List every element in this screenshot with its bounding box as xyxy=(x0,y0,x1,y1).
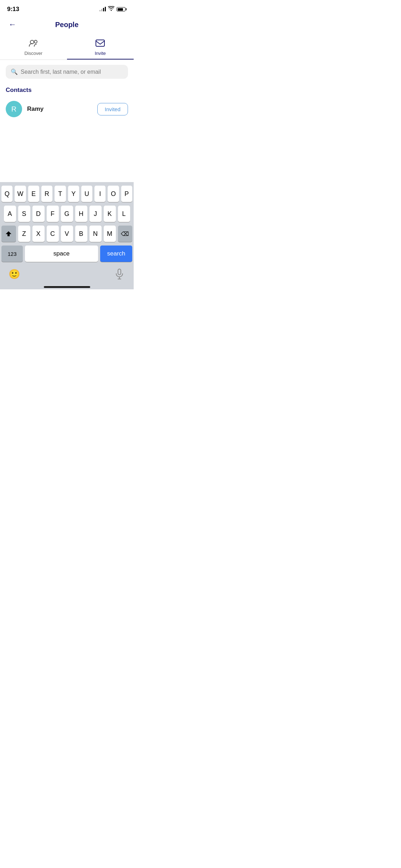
wifi-icon xyxy=(108,6,114,12)
key-f[interactable]: F xyxy=(47,206,59,222)
status-time: 9:13 xyxy=(7,6,19,13)
keyboard-row-3: Z X C V B N M ⌫ xyxy=(1,226,132,242)
key-t[interactable]: T xyxy=(55,186,66,202)
contact-initial: R xyxy=(11,105,16,113)
key-v[interactable]: V xyxy=(61,226,73,242)
space-key[interactable]: space xyxy=(25,246,98,262)
search-key[interactable]: search xyxy=(100,246,132,262)
invited-button[interactable]: Invited xyxy=(97,103,128,115)
key-g[interactable]: G xyxy=(61,206,73,222)
tab-bar: Discover Invite xyxy=(0,35,134,60)
keyboard: Q W E R T Y U I O P A S D F G H J K L Z … xyxy=(0,182,134,289)
tab-invite[interactable]: Invite xyxy=(67,35,134,60)
search-input[interactable] xyxy=(21,69,123,75)
keyboard-row-1: Q W E R T Y U I O P xyxy=(1,186,132,202)
key-d[interactable]: D xyxy=(32,206,45,222)
tab-discover[interactable]: Discover xyxy=(0,35,67,60)
key-k[interactable]: K xyxy=(104,206,116,222)
key-s[interactable]: S xyxy=(18,206,30,222)
status-bar: 9:13 xyxy=(0,0,134,16)
emoji-button[interactable]: 🙂 xyxy=(7,267,21,281)
invite-tab-label: Invite xyxy=(95,51,106,56)
key-q[interactable]: Q xyxy=(1,186,12,202)
key-e[interactable]: E xyxy=(28,186,39,202)
key-a[interactable]: A xyxy=(4,206,16,222)
back-button[interactable]: ← xyxy=(7,19,18,31)
search-bar[interactable]: 🔍 xyxy=(6,65,128,79)
contact-item: R Ramy Invited xyxy=(6,99,128,119)
key-x[interactable]: X xyxy=(32,226,45,242)
keyboard-extras-row: 🙂 xyxy=(1,265,132,283)
page-header: ← People xyxy=(0,16,134,35)
page-title: People xyxy=(55,21,79,29)
key-h[interactable]: H xyxy=(75,206,87,222)
key-j[interactable]: J xyxy=(89,206,102,222)
contact-name: Ramy xyxy=(27,105,92,113)
key-n[interactable]: N xyxy=(89,226,102,242)
key-m[interactable]: M xyxy=(104,226,116,242)
svg-point-1 xyxy=(34,40,37,43)
status-icons xyxy=(99,6,127,12)
key-u[interactable]: U xyxy=(81,186,92,202)
shift-key[interactable] xyxy=(1,226,16,242)
search-container: 🔍 xyxy=(0,60,134,84)
numbers-key[interactable]: 123 xyxy=(1,246,23,262)
contacts-section: Contacts R Ramy Invited xyxy=(0,84,134,119)
keyboard-row-2: A S D F G H J K L xyxy=(1,206,132,222)
discover-icon xyxy=(29,39,38,49)
discover-tab-label: Discover xyxy=(24,51,42,56)
key-o[interactable]: O xyxy=(108,186,119,202)
contacts-header: Contacts xyxy=(6,87,128,94)
key-y[interactable]: Y xyxy=(68,186,79,202)
key-i[interactable]: I xyxy=(94,186,106,202)
key-z[interactable]: Z xyxy=(18,226,30,242)
key-c[interactable]: C xyxy=(47,226,59,242)
search-magnifier-icon: 🔍 xyxy=(11,68,18,75)
svg-rect-2 xyxy=(96,40,104,46)
invite-icon xyxy=(96,39,105,49)
svg-rect-3 xyxy=(118,269,121,275)
delete-key[interactable]: ⌫ xyxy=(118,226,133,242)
key-r[interactable]: R xyxy=(41,186,52,202)
contact-avatar: R xyxy=(6,101,22,117)
key-w[interactable]: W xyxy=(15,186,26,202)
key-b[interactable]: B xyxy=(75,226,87,242)
home-bar xyxy=(44,286,90,288)
signal-icon xyxy=(99,7,106,11)
key-p[interactable]: P xyxy=(121,186,132,202)
keyboard-row-bottom: 123 space search xyxy=(1,246,132,262)
home-indicator xyxy=(1,283,132,289)
microphone-button[interactable] xyxy=(112,267,127,281)
battery-icon xyxy=(117,7,127,11)
key-l[interactable]: L xyxy=(118,206,130,222)
